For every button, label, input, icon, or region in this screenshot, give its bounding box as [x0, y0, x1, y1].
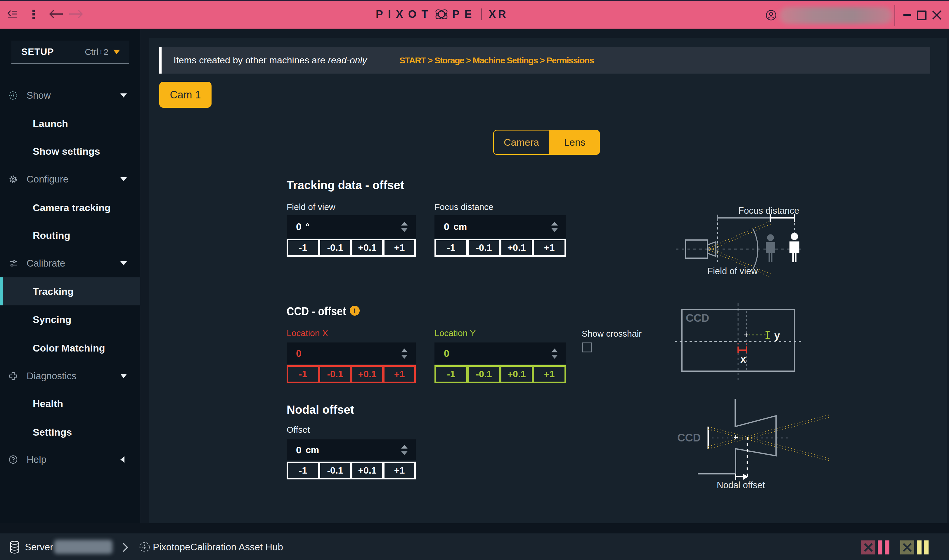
svg-text:CCD: CCD: [686, 312, 709, 324]
svg-text:CCD: CCD: [677, 432, 701, 444]
svg-text:y: y: [774, 330, 780, 341]
svg-text:x: x: [741, 353, 746, 365]
svg-text:Field of view: Field of view: [707, 266, 758, 276]
svg-text:Nodal offset: Nodal offset: [717, 480, 765, 490]
svg-text:Focus distance: Focus distance: [738, 206, 799, 216]
